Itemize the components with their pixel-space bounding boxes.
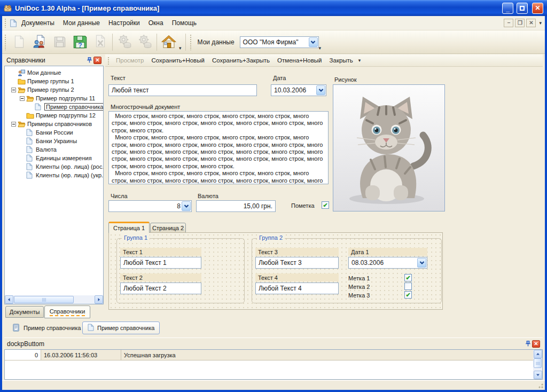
menubar-overflow-icon[interactable]: ▾ (539, 20, 542, 26)
toolbar-grip[interactable] (4, 34, 7, 50)
home-dropdown-icon[interactable]: ▾ (179, 45, 182, 51)
tab-page-1[interactable]: Страница 1 (108, 222, 150, 233)
tree-item-0[interactable]: Мои данные (5, 68, 103, 77)
text1-input[interactable]: Любой Текст 1 (120, 257, 201, 269)
pin-icon[interactable] (85, 56, 93, 64)
tree-panel-close-button[interactable]: ✕ (93, 57, 101, 64)
date-combobox[interactable]: 10.03.2006 (271, 84, 326, 96)
menu-item-2[interactable]: Настройки (104, 17, 144, 29)
save-ask-button[interactable]: ? (70, 32, 90, 52)
chevron-down-icon[interactable] (316, 85, 325, 95)
tree-item-7[interactable]: Банки России (5, 128, 103, 137)
tree-item-9[interactable]: Валюта (5, 145, 103, 154)
mark-checkbox[interactable]: ✔ (322, 201, 329, 209)
menu-item-3[interactable]: Окна (144, 17, 168, 29)
chevron-down-icon[interactable] (309, 37, 318, 47)
home-button[interactable] (159, 32, 179, 52)
menu-item-0[interactable]: Документы (17, 17, 59, 29)
new-document-button[interactable] (9, 32, 29, 52)
taskbar-window-button-label: Пример справочника (24, 325, 81, 331)
machine-button-1[interactable] (114, 32, 135, 52)
company-combobox[interactable]: ООО "Моя Фирма" (240, 36, 319, 48)
mark-checkbox-1[interactable]: ✔ (404, 274, 412, 281)
memo-field-label: Многострочный документ (111, 104, 180, 110)
record-toolbar-overflow-icon[interactable]: ▾ (358, 58, 361, 63)
text-input[interactable]: Любой текст (108, 84, 257, 96)
toolbar-separator (112, 34, 113, 51)
scroll-up-icon[interactable] (534, 350, 542, 358)
taskbar-window-button-0[interactable]: Пример справочника (7, 322, 85, 334)
status-bar (2, 380, 545, 390)
scrollbar-thumb[interactable] (534, 358, 542, 368)
record-action-2[interactable]: Сохранить+Закрыть (208, 56, 274, 65)
mdi-restore-button[interactable]: ❐ (515, 19, 525, 27)
delete-button[interactable] (90, 32, 111, 52)
chevron-down-icon[interactable] (182, 201, 191, 211)
tree-item-12[interactable]: Клиенты (юр. лица) (укр. (5, 171, 103, 179)
chevron-down-icon[interactable] (417, 258, 426, 268)
scroll-down-icon[interactable] (534, 371, 542, 379)
record-action-4[interactable]: Закрыть (326, 56, 357, 65)
close-button[interactable]: ✕ (532, 3, 543, 14)
resize-grip[interactable] (537, 382, 544, 389)
log-row[interactable]: 0 16.03.2006 11:56:03 Успешная загрузка (5, 350, 533, 360)
mark-checkbox-3[interactable]: ✔ (404, 291, 412, 299)
save-button[interactable] (50, 32, 70, 52)
pin-icon[interactable] (524, 340, 532, 348)
tree-item-8[interactable]: Банки Украины (5, 137, 103, 145)
tab-page-2[interactable]: Страница 2 (150, 223, 186, 233)
toolbar-separator (185, 34, 186, 51)
tree-item-11[interactable]: Клиенты (юр. лица) (рос. (5, 162, 103, 171)
mdi-minimize-button[interactable]: – (504, 19, 513, 27)
expander-minus-icon[interactable] (11, 122, 16, 127)
menubar-grip[interactable] (4, 18, 7, 28)
scrollbar-thumb[interactable] (14, 296, 74, 303)
user-icon (18, 69, 26, 76)
tree-item-4[interactable]: Пример справочника (5, 103, 103, 111)
mdi-close-button[interactable]: ✕ (526, 19, 536, 27)
tree-item-1[interactable]: Пример группы 1 (5, 77, 103, 85)
dock-tab-directories[interactable]: Справочники (44, 305, 90, 318)
menu-item-4[interactable]: Помощь (168, 17, 201, 29)
tree-item-label: Клиенты (юр. лица) (рос. (36, 163, 104, 170)
my-data-label: Мои данные (198, 38, 235, 46)
kitten-image (333, 206, 444, 212)
dock-tab-documents[interactable]: Документы (5, 306, 44, 318)
tree-item-5[interactable]: Пример подгруппы 12 (5, 111, 103, 120)
text2-input[interactable]: Любой Текст 2 (120, 283, 201, 294)
text3-input[interactable]: Любой Текст 3 (255, 257, 339, 269)
mdi-child-icon[interactable] (9, 19, 17, 27)
mark-checkbox-2[interactable] (404, 283, 412, 290)
record-action-1[interactable]: Сохранить+Новый (148, 56, 208, 65)
machine-button-2[interactable] (135, 32, 155, 52)
minimize-button[interactable]: _ (502, 3, 513, 14)
tree-horizontal-scrollbar[interactable] (5, 295, 103, 304)
record-toolbar-grip[interactable] (107, 57, 110, 65)
number-spinner[interactable]: 8 (108, 200, 192, 212)
tree-item-2[interactable]: Пример группы 2 (5, 85, 103, 94)
taskbar-window-button-1[interactable]: Пример справочника (82, 322, 160, 334)
app-icon (4, 4, 12, 12)
maximize-button[interactable] (517, 3, 528, 14)
currency-input[interactable]: 15,00 грн. (196, 200, 276, 212)
expander-minus-icon[interactable] (20, 96, 25, 101)
scroll-right-icon[interactable] (95, 295, 103, 304)
scroll-left-icon[interactable] (5, 295, 13, 304)
toolbar-grip[interactable] (190, 34, 192, 50)
tree-item-3[interactable]: Пример подгруппы 11 (5, 94, 103, 103)
date1-combobox[interactable]: 08.03.2006 (348, 257, 427, 269)
tree-item-10[interactable]: Единицы измерения (5, 154, 103, 162)
text-field-label: Текст (111, 75, 126, 81)
contractors-button[interactable] (29, 32, 50, 52)
toolbar-overflow-icon[interactable]: ▾ (319, 45, 322, 51)
record-action-3[interactable]: Отмена+Новый (274, 56, 325, 65)
tree-item-6[interactable]: Примеры справочников (5, 120, 103, 128)
save-question-icon: ? (73, 34, 88, 50)
title-bar: UniDoc 1.30 Alpha - [Пример справочника]… (0, 0, 547, 16)
memo-textarea[interactable]: Много строк, много строк, много строк, м… (108, 111, 329, 184)
menu-item-1[interactable]: Мои данные (59, 17, 104, 29)
text4-input[interactable]: Любой Текст 4 (255, 283, 339, 294)
bottom-dock-close-button[interactable]: ✕ (532, 340, 540, 348)
log-vertical-scrollbar[interactable] (533, 350, 542, 379)
expander-minus-icon[interactable] (11, 88, 16, 92)
